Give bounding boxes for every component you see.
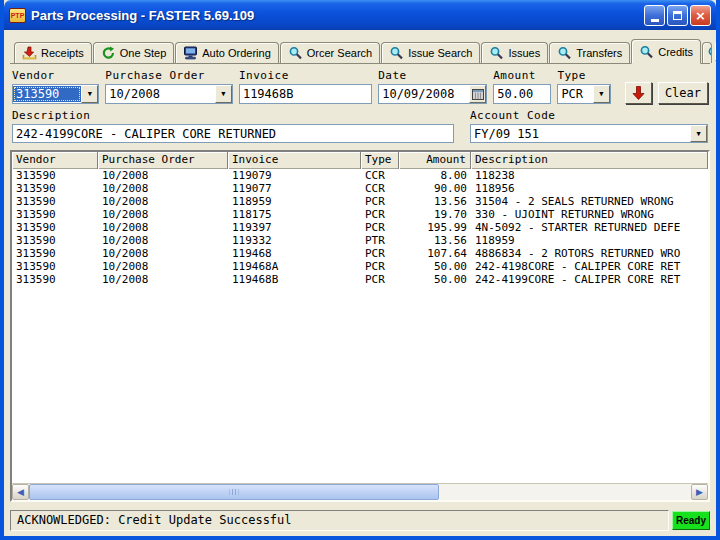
table-row[interactable]: 31359010/2008119468PCR107.644886834 - 2 …	[12, 247, 708, 260]
tab-overflow[interactable]	[702, 42, 712, 63]
post-credit-button[interactable]	[625, 82, 652, 104]
cell-type: PCR	[361, 260, 399, 273]
invoice-label: Invoice	[239, 69, 372, 82]
invoice-input[interactable]	[240, 85, 371, 103]
account-code-label: Account Code	[470, 109, 708, 122]
tab-label: Orcer Search	[307, 47, 372, 59]
calendar-icon[interactable]	[469, 85, 486, 103]
cell-description: 4N-5092 - STARTER RETURNED DEFE	[471, 221, 708, 234]
column-header-invoice[interactable]: Invoice	[228, 152, 361, 169]
tab-receipts[interactable]: Receipts	[14, 42, 92, 63]
column-header-description[interactable]: Description	[471, 152, 708, 169]
cell-amount: 50.00	[399, 260, 471, 273]
date-input[interactable]	[379, 85, 469, 103]
purchase-order-value: 10/2008	[106, 86, 215, 102]
cell-amount: 50.00	[399, 273, 471, 286]
vendor-value: 313590	[13, 86, 81, 102]
scroll-right-arrow-icon[interactable]: ▶	[691, 484, 708, 500]
chevron-down-icon[interactable]	[81, 85, 98, 103]
search-icon	[707, 46, 712, 60]
tab-transfers[interactable]: Transfers	[549, 42, 630, 63]
tab-one-step[interactable]: One Step	[93, 42, 174, 63]
cell-vendor: 313590	[12, 273, 98, 286]
scroll-tabs-left-button[interactable]: ◀	[715, 43, 716, 61]
tab-issues[interactable]: Issues	[481, 42, 548, 63]
cell-amount: 13.56	[399, 195, 471, 208]
chevron-down-icon[interactable]	[690, 125, 707, 142]
table-row[interactable]: 31359010/2008119079CCR8.00118238	[12, 169, 708, 182]
scroll-left-arrow-icon[interactable]: ◀	[12, 484, 29, 500]
cell-type: PCR	[361, 221, 399, 234]
table-row[interactable]: 31359010/2008119397PCR195.994N-5092 - ST…	[12, 221, 708, 234]
search-icon	[639, 45, 654, 59]
column-header-vendor[interactable]: Vendor	[12, 152, 98, 169]
cell-type: PCR	[361, 247, 399, 260]
table-body: 31359010/2008119079CCR8.0011823831359010…	[12, 169, 708, 483]
table-row[interactable]: 31359010/2008119468APCR50.00242-4198CORE…	[12, 260, 708, 273]
account-code-value: FY/09 151	[471, 126, 690, 142]
tab-label: One Step	[120, 47, 166, 59]
tab-orcer-search[interactable]: Orcer Search	[280, 42, 380, 63]
scrollbar-thumb[interactable]	[29, 484, 439, 500]
description-input[interactable]	[13, 125, 453, 142]
amount-input[interactable]	[494, 85, 550, 103]
vendor-combobox[interactable]: 313590	[12, 84, 99, 104]
tab-auto-ordering[interactable]: Auto Ordering	[175, 42, 278, 63]
credits-table: VendorPurchase OrderInvoiceTypeAmountDes…	[10, 150, 710, 502]
chevron-down-icon[interactable]	[593, 85, 610, 103]
cell-vendor: 313590	[12, 195, 98, 208]
tab-label: Receipts	[41, 47, 84, 59]
app-window: PTP Parts Processing - FASTER 5.69.109 ×…	[0, 0, 720, 540]
table-row[interactable]: 31359010/2008119468BPCR50.00242-4199CORE…	[12, 273, 708, 286]
cell-purchase-order: 10/2008	[98, 169, 228, 182]
cell-invoice: 118959	[228, 195, 361, 208]
tab-label: Issue Search	[408, 47, 472, 59]
search-icon	[288, 46, 303, 60]
close-button[interactable]: ×	[690, 5, 711, 26]
cell-invoice: 119397	[228, 221, 361, 234]
purchase-order-label: Purchase Order	[105, 69, 233, 82]
cell-description: 31504 - 2 SEALS RETURNED WRONG	[471, 195, 708, 208]
amount-label: Amount	[493, 69, 551, 82]
cell-purchase-order: 10/2008	[98, 247, 228, 260]
tab-label: Auto Ordering	[202, 47, 270, 59]
chevron-down-icon[interactable]	[215, 85, 232, 103]
cell-purchase-order: 10/2008	[98, 260, 228, 273]
horizontal-scrollbar[interactable]: ◀ ▶	[12, 483, 708, 500]
tab-issue-search[interactable]: Issue Search	[381, 42, 480, 63]
cell-vendor: 313590	[12, 247, 98, 260]
cell-purchase-order: 10/2008	[98, 182, 228, 195]
tab-label: Transfers	[576, 47, 622, 59]
minimize-button[interactable]	[644, 5, 665, 26]
scrollbar-track[interactable]	[29, 484, 691, 500]
red-down-arrow-icon	[632, 86, 645, 100]
purchase-order-combobox[interactable]: 10/2008	[105, 84, 233, 104]
tab-bar: ReceiptsOne StepAuto OrderingOrcer Searc…	[10, 39, 710, 64]
cell-invoice: 118175	[228, 208, 361, 221]
cell-type: PCR	[361, 208, 399, 221]
table-row[interactable]: 31359010/2008118959PCR13.5631504 - 2 SEA…	[12, 195, 708, 208]
column-header-type[interactable]: Type	[361, 152, 399, 169]
cell-type: PCR	[361, 195, 399, 208]
maximize-button[interactable]	[667, 5, 688, 26]
tab-label: Issues	[508, 47, 540, 59]
search-icon	[489, 46, 504, 60]
cell-purchase-order: 10/2008	[98, 195, 228, 208]
cell-amount: 90.00	[399, 182, 471, 195]
column-header-amount[interactable]: Amount	[399, 152, 471, 169]
close-icon: ×	[695, 9, 706, 22]
table-row[interactable]: 31359010/2008119332PTR13.56118959	[12, 234, 708, 247]
tab-credits[interactable]: Credits	[631, 39, 701, 64]
type-combobox[interactable]: PCR	[557, 84, 611, 104]
clear-button[interactable]: Clear	[658, 82, 708, 104]
cell-invoice: 119077	[228, 182, 361, 195]
client-area: ReceiptsOne StepAuto OrderingOrcer Searc…	[4, 30, 716, 536]
cell-invoice: 119468B	[228, 273, 361, 286]
account-code-combobox[interactable]: FY/09 151	[470, 124, 708, 143]
description-label: Description	[12, 109, 454, 122]
cell-purchase-order: 10/2008	[98, 208, 228, 221]
column-header-purchase-order[interactable]: Purchase Order	[98, 152, 228, 169]
cell-description: 118956	[471, 182, 708, 195]
table-row[interactable]: 31359010/2008119077CCR90.00118956	[12, 182, 708, 195]
table-row[interactable]: 31359010/2008118175PCR19.70330 - UJOINT …	[12, 208, 708, 221]
